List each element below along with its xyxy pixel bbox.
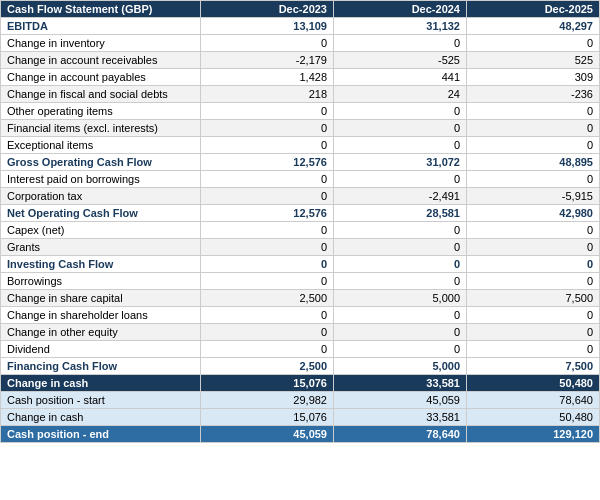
table-row: Investing Cash Flow000: [1, 256, 600, 273]
table-row: Borrowings000: [1, 273, 600, 290]
table-row: Change in cash15,07633,58150,480: [1, 375, 600, 392]
table-row: Financing Cash Flow2,5005,0007,500: [1, 358, 600, 375]
table-row: Change in share capital2,5005,0007,500: [1, 290, 600, 307]
table-row: Change in account payables1,428441309: [1, 69, 600, 86]
table-row: Grants000: [1, 239, 600, 256]
table-row: Change in shareholder loans000: [1, 307, 600, 324]
table-row: Other operating items000: [1, 103, 600, 120]
table-row: Cash position - end45,05978,640129,120: [1, 426, 600, 443]
table-row: Change in account receivables-2,179-5255…: [1, 52, 600, 69]
table-row: Capex (net)000: [1, 222, 600, 239]
table-row: EBITDA13,10931,13248,297: [1, 18, 600, 35]
table-header: Cash Flow Statement (GBP) Dec-2023 Dec-2…: [1, 1, 600, 18]
cash-flow-table: Cash Flow Statement (GBP) Dec-2023 Dec-2…: [0, 0, 600, 443]
table-row: Net Operating Cash Flow12,57628,58142,98…: [1, 205, 600, 222]
table-row: Change in inventory000: [1, 35, 600, 52]
table-row: Dividend000: [1, 341, 600, 358]
table-row: Interest paid on borrowings000: [1, 171, 600, 188]
table-row: Change in fiscal and social debts21824-2…: [1, 86, 600, 103]
header-label: Cash Flow Statement (GBP): [1, 1, 201, 18]
table-row: Cash position - start29,98245,05978,640: [1, 392, 600, 409]
header-col3: Dec-2025: [467, 1, 600, 18]
table-row: Gross Operating Cash Flow12,57631,07248,…: [1, 154, 600, 171]
table-row: Exceptional items000: [1, 137, 600, 154]
table-row: Corporation tax0-2,491-5,915: [1, 188, 600, 205]
header-col2: Dec-2024: [334, 1, 467, 18]
table-row: Change in cash15,07633,58150,480: [1, 409, 600, 426]
header-col1: Dec-2023: [201, 1, 334, 18]
table-row: Change in other equity000: [1, 324, 600, 341]
table-row: Financial items (excl. interests)000: [1, 120, 600, 137]
